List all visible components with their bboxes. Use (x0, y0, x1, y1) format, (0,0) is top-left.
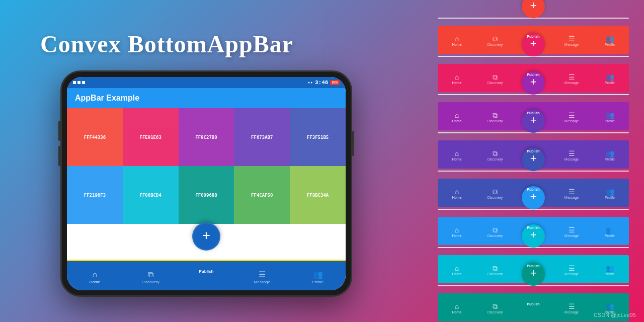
bar-home[interactable]: ⌂ Home (438, 110, 476, 123)
nav-message[interactable]: ☰ Message (234, 268, 290, 284)
status-dot-3 (82, 81, 85, 84)
bar-discovery-icon: ⧉ (493, 150, 498, 157)
bar-home[interactable]: ⌂ Home (438, 33, 476, 46)
publish-bump[interactable]: + (192, 222, 220, 251)
bar-profile-label: Profile (605, 119, 615, 123)
nav-home-label: Home (90, 280, 100, 284)
bar-publish-bump[interactable]: + (522, 0, 545, 18)
bar-discovery[interactable]: ⧉ Discovery (476, 148, 514, 161)
bar-discovery-label: Discovery (488, 234, 503, 237)
color-cell[interactable]: FF4CAF50 (234, 166, 290, 224)
bar-home-icon: ⌂ (455, 150, 459, 157)
bar-publish[interactable]: + Publish (514, 307, 552, 308)
message-icon: ☰ (259, 271, 266, 279)
bar-profile[interactable]: 👥 Profile (591, 186, 629, 199)
discovery-icon: ⧉ (148, 271, 153, 279)
app-bar: AppBar Example (67, 88, 346, 108)
bar-discovery-icon: ⧉ (493, 265, 498, 272)
bar-plus-icon: + (530, 1, 536, 12)
color-cell[interactable]: FF009688 (179, 166, 234, 224)
status-dot-2 (77, 81, 80, 84)
bar-discovery[interactable]: ⧉ Discovery (476, 224, 514, 237)
bar-message[interactable]: ☰ Message (552, 33, 591, 46)
bar-message-icon: ☰ (569, 35, 575, 42)
bar-home-label: Home (452, 234, 462, 237)
color-grid: FFF44336FFE91E63FF9C27B0FF673AB7FF3F51B5… (67, 108, 346, 224)
nav-profile[interactable]: 👥 Profile (290, 268, 346, 284)
bar-home-label: Home (452, 196, 462, 199)
nav-profile-label: Profile (312, 280, 324, 284)
bar-discovery[interactable]: ⧉ Discovery (476, 33, 514, 46)
bar-profile-icon: 👥 (606, 112, 614, 119)
bar-plus-icon: + (530, 192, 536, 203)
color-cell[interactable]: FF2196F3 (67, 166, 123, 224)
color-cell[interactable]: FF3F51B5 (290, 108, 346, 166)
bar-discovery-label: Discovery (488, 81, 503, 85)
nav-publish[interactable]: + Publish (179, 275, 234, 277)
bar-plus-icon: + (530, 269, 536, 280)
bar-profile-icon: 👥 (606, 150, 614, 157)
bar-profile[interactable]: 👥 Profile (591, 71, 629, 85)
bar-discovery[interactable]: ⧉ Discovery (476, 186, 514, 199)
bar-home[interactable]: ⌂ Home (438, 224, 476, 237)
bottom-nav[interactable]: ⌂ Home ⧉ Discovery + Publish ☰ Message (67, 261, 346, 290)
bar-publish-label: Publish (527, 264, 539, 268)
bar-message-label: Message (565, 81, 579, 85)
bar-plus-icon: + (530, 77, 536, 89)
bar-discovery-icon: ⧉ (493, 303, 498, 310)
bar-profile[interactable]: 👥 Profile (591, 148, 629, 161)
bar-message-label: Message (565, 157, 579, 161)
bar-message-icon: ☰ (569, 265, 575, 272)
bar-profile[interactable]: 👥 Profile (591, 33, 629, 46)
bar-message-icon: ☰ (569, 150, 575, 157)
bar-discovery-icon: ⧉ (493, 73, 498, 80)
bar-publish-label: Publish (527, 188, 539, 191)
bar-discovery[interactable]: ⧉ Discovery (476, 71, 514, 85)
bar-home[interactable]: ⌂ Home (438, 148, 476, 161)
bar-discovery-label: Discovery (488, 310, 503, 314)
bar-home-icon: ⌂ (455, 188, 459, 195)
bar-message[interactable]: ☰ Message (552, 263, 591, 276)
bar-home-label: Home (452, 272, 462, 276)
bar-home-label: Home (452, 81, 462, 85)
bar-message-icon: ☰ (569, 112, 575, 119)
bar-profile[interactable]: 👥 Profile (591, 263, 629, 276)
color-cell[interactable]: FFE91E63 (123, 108, 179, 166)
color-cell[interactable]: FF9C27B0 (179, 108, 234, 166)
nav-home[interactable]: ⌂ Home (67, 268, 123, 284)
bar-publish-label: Publish (527, 73, 539, 76)
bar-message-label: Message (565, 310, 579, 314)
bar-message-label: Message (565, 234, 579, 237)
bar-profile-label: Profile (605, 81, 615, 85)
color-cell[interactable]: FF8BC34A (290, 166, 346, 224)
bar-home-label: Home (452, 157, 462, 161)
bar-home[interactable]: ⌂ Home (438, 263, 476, 276)
bar-home[interactable]: ⌂ Home (438, 186, 476, 199)
bar-profile-label: Profile (605, 157, 615, 161)
bar-discovery[interactable]: ⧉ Discovery (476, 110, 514, 123)
bar-home-icon: ⌂ (455, 303, 459, 310)
bar-profile[interactable]: 👥 Profile (591, 224, 629, 237)
bar-message[interactable]: ☰ Message (552, 224, 591, 237)
bar-home[interactable]: ⌂ Home (438, 71, 476, 85)
color-cell[interactable]: FFF44336 (67, 108, 123, 166)
bar-publish-label: Publish (527, 226, 539, 229)
bar-message[interactable]: ☰ Message (552, 148, 591, 161)
bar-profile[interactable]: 👥 Profile (591, 110, 629, 123)
bar-home[interactable]: ⌂ Home (438, 301, 476, 314)
bar-profile-icon: 👥 (606, 226, 614, 233)
bar-discovery[interactable]: ⧉ Discovery (476, 263, 514, 276)
bar-home-label: Home (452, 43, 462, 46)
nav-discovery[interactable]: ⧉ Discovery (123, 268, 179, 284)
bar-message[interactable]: ☰ Message (552, 301, 591, 314)
bar-message[interactable]: ☰ Message (552, 110, 591, 123)
bar-plus-icon: + (530, 230, 536, 242)
bar-home-icon: ⌂ (455, 35, 459, 42)
bar-publish-label: Publish (527, 35, 539, 38)
bar-discovery[interactable]: ⧉ Discovery (476, 301, 514, 314)
bar-profile-icon: 👥 (606, 73, 614, 80)
color-cell[interactable]: FF00BCD4 (123, 166, 179, 224)
color-cell[interactable]: FF673AB7 (234, 108, 290, 166)
bar-message[interactable]: ☰ Message (552, 186, 591, 199)
bar-message[interactable]: ☰ Message (552, 71, 591, 85)
